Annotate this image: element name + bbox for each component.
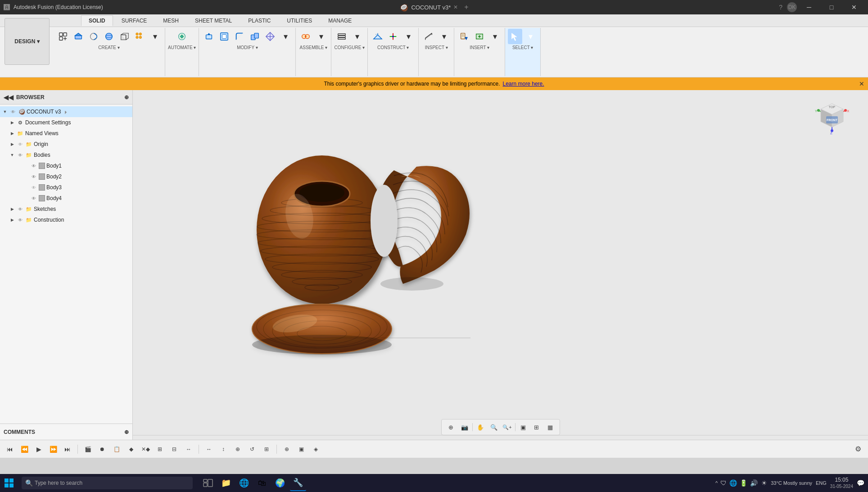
new-component-icon[interactable] (56, 29, 70, 44)
configure-more-icon[interactable]: ▾ (350, 29, 364, 44)
tree-item-body3[interactable]: ▶ 👁 Body3 (0, 182, 132, 193)
zoom-fit-icon[interactable]: 🔍+ (502, 421, 513, 433)
minimize-button[interactable]: ─ (799, 0, 819, 14)
zoom-icon[interactable]: 🔍 (488, 421, 500, 433)
step-back-button[interactable]: ⏪ (18, 443, 31, 456)
step-forward-button[interactable]: ⏩ (47, 443, 59, 456)
comments-add-icon[interactable]: ⊕ (124, 429, 129, 435)
nav-cube[interactable]: FRONT TOP X Y Z (814, 99, 850, 135)
pan-icon[interactable]: ✋ (475, 421, 486, 433)
tree-item-named-views[interactable]: ▶ 📁 Named Views (0, 128, 132, 139)
tab-manage[interactable]: MANAGE (321, 15, 359, 26)
sketches-eye[interactable]: 👁 (17, 205, 24, 213)
move-bodies-icon[interactable] (263, 29, 277, 44)
doc-settings-arrow[interactable]: ▶ (9, 119, 15, 126)
sketches-arrow[interactable]: ▶ (9, 206, 15, 212)
copy-keyframe-icon[interactable]: ⊞ (154, 443, 166, 456)
volume-icon[interactable]: 🔊 (750, 479, 758, 487)
taskbar-fusion[interactable]: 🔧 (290, 475, 306, 491)
insert-derive-icon[interactable] (457, 29, 471, 44)
tab-plastic[interactable]: PLASTIC (240, 15, 278, 26)
move3d-icon[interactable]: ⊕ (280, 443, 293, 456)
tree-item-body2[interactable]: ▶ 👁 Body2 (0, 171, 132, 182)
tab-utilities[interactable]: UTILITIES (279, 15, 320, 26)
antivirus-icon[interactable]: 🛡 (720, 479, 727, 487)
measure-icon[interactable] (421, 29, 436, 44)
keyframe-icon[interactable]: ◆ (125, 443, 137, 456)
warning-link[interactable]: Learn more here. (503, 81, 544, 87)
viewport[interactable]: FRONT TOP X Y Z ⊕ 📷 ✋ 🔍 🔍+ ▣ ⊞ ▦ (133, 90, 868, 440)
bodies-arrow[interactable]: ▼ (9, 152, 15, 158)
tree-item-body1[interactable]: ▶ 👁 Body1 (0, 160, 132, 171)
spread-icon[interactable]: ◈ (309, 443, 322, 456)
tree-root-eye[interactable]: 👁 (9, 108, 17, 115)
shell-icon[interactable] (217, 29, 231, 44)
parameter-icon[interactable] (335, 29, 349, 44)
delete-keyframe-icon[interactable]: ✕◆ (139, 443, 152, 456)
fillet-icon[interactable] (232, 29, 247, 44)
close-button[interactable]: ✕ (844, 0, 864, 14)
grid-icon[interactable]: ⊞ (531, 421, 542, 433)
body3-eye[interactable]: 👁 (30, 184, 37, 191)
combine-icon[interactable] (248, 29, 262, 44)
sphere-icon[interactable] (102, 29, 116, 44)
paste-keyframe-icon[interactable]: ⊟ (168, 443, 181, 456)
play-button[interactable]: ▶ (32, 443, 45, 456)
revolve-icon[interactable] (86, 29, 101, 44)
tree-item-bodies[interactable]: ▼ 👁 📁 Bodies (0, 150, 132, 160)
tab-surface[interactable]: SURFACE (114, 15, 155, 26)
timeline-icon[interactable]: 📋 (110, 443, 123, 456)
scale-icon[interactable]: ⊞ (260, 443, 273, 456)
tray-chevron-icon[interactable]: ^ (715, 480, 718, 486)
new-tab-icon[interactable]: + (464, 3, 468, 11)
move-icon[interactable] (202, 29, 216, 44)
account-icon[interactable]: DK (787, 2, 797, 12)
body4-eye[interactable]: 👁 (30, 195, 37, 202)
skip-to-end-button[interactable]: ⏭ (61, 443, 74, 456)
browser-collapse-icon[interactable]: ◀◀ (4, 94, 14, 101)
tab-sheet-metal[interactable]: SHEET METAL (187, 15, 240, 26)
tree-root-item[interactable]: ▼ 👁 🥥 COCONUT v3 ⏵ (0, 106, 132, 117)
inspect-more-icon[interactable]: ▾ (437, 29, 451, 44)
extrude-icon[interactable] (71, 29, 86, 44)
network-icon[interactable]: 🌐 (729, 479, 737, 487)
warning-close-button[interactable]: ✕ (859, 80, 864, 87)
select-icon[interactable] (508, 29, 522, 44)
pattern-icon[interactable] (132, 29, 147, 44)
rotate-icon[interactable]: ↺ (246, 443, 258, 456)
align-icon[interactable]: ▣ (295, 443, 307, 456)
clock[interactable]: 15:05 31-05-2024 (830, 477, 853, 490)
insert-more-icon[interactable]: ▾ (488, 29, 502, 44)
select-more-icon[interactable]: ▾ (523, 29, 538, 44)
display-mode-icon[interactable]: ▣ (517, 421, 529, 433)
plane-icon[interactable] (371, 29, 385, 44)
taskbar-file-explorer[interactable]: 📁 (218, 475, 234, 491)
skip-to-start-button[interactable]: ⏮ (4, 443, 16, 456)
modify-more-icon[interactable]: ▾ (278, 29, 293, 44)
browser-settings-icon[interactable]: ⊕ (124, 94, 129, 100)
tab-mesh[interactable]: MESH (155, 15, 186, 26)
automate-icon[interactable] (175, 29, 189, 44)
axis-icon[interactable] (386, 29, 400, 44)
origin-arrow[interactable]: ▶ (9, 141, 15, 147)
help-icon[interactable]: ? (776, 4, 785, 11)
tree-item-body4[interactable]: ▶ 👁 Body4 (0, 193, 132, 204)
windows-start-button[interactable] (0, 474, 18, 492)
close-document-icon[interactable]: ✕ (453, 4, 458, 10)
transform-z-icon[interactable]: ⊕ (231, 443, 244, 456)
tree-item-origin[interactable]: ▶ 👁 📁 Origin (0, 139, 132, 150)
origin-eye[interactable]: 👁 (17, 141, 24, 148)
tree-item-construction[interactable]: ▶ 👁 📁 Construction (0, 214, 132, 225)
grid-snap-icon[interactable]: ⊕ (445, 421, 457, 433)
design-dropdown-button[interactable]: DESIGN ▾ (5, 18, 50, 65)
taskbar-chrome[interactable]: 🌍 (272, 475, 288, 491)
tab-solid[interactable]: SOLID (81, 15, 113, 26)
snap-icon[interactable]: ▦ (544, 421, 556, 433)
construction-arrow[interactable]: ▶ (9, 217, 15, 223)
assemble-more-icon[interactable]: ▾ (314, 29, 328, 44)
body2-eye[interactable]: 👁 (30, 173, 37, 180)
taskbar-edge[interactable]: 🌐 (236, 475, 252, 491)
tree-item-doc-settings[interactable]: ▶ ⚙ Document Settings (0, 117, 132, 128)
camera-keyframe-icon[interactable]: 🎬 (81, 443, 94, 456)
joint-icon[interactable] (298, 29, 313, 44)
